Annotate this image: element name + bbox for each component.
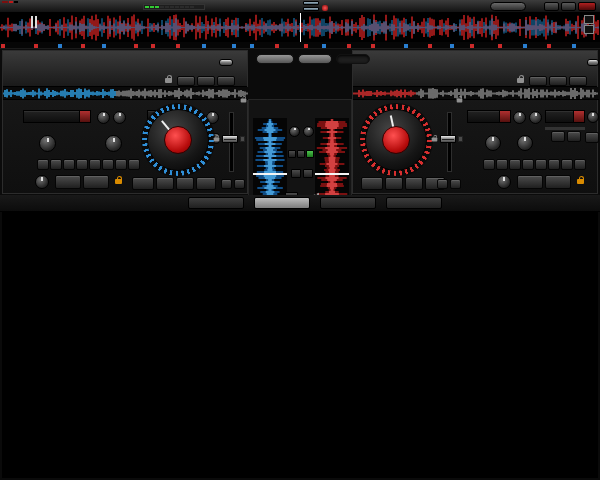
deck-b-key-knob[interactable]	[517, 135, 533, 151]
deck-b-sampler-vol-knob[interactable]	[587, 111, 599, 123]
slave-deck-prev-button[interactable]	[291, 169, 301, 178]
deck-a-play-button[interactable]	[176, 177, 194, 190]
deck-a-pitch-bend-down[interactable]	[221, 179, 232, 189]
deck-b-loop-double-button[interactable]	[574, 159, 586, 170]
deck-a-loop-16[interactable]	[102, 159, 114, 170]
deck-a-loop-lock-icon[interactable]	[115, 179, 122, 184]
scratch-gain-a-knob[interactable]	[289, 126, 300, 137]
deck-b-bpm-tap-button[interactable]	[587, 59, 599, 66]
deck-b-p1-knob[interactable]	[513, 111, 526, 124]
deck-a-pitch-lock-icon[interactable]	[214, 138, 220, 142]
deck-b-jog-cap[interactable]	[382, 126, 410, 154]
deck-a-stutter-button[interactable]	[156, 177, 174, 190]
deck-a-loop-2[interactable]	[63, 159, 75, 170]
tab-mixer[interactable]	[256, 54, 294, 64]
deck-b-p2-knob[interactable]	[529, 111, 542, 124]
deck-a-loop-4[interactable]	[76, 159, 88, 170]
deck-b-stutter-button[interactable]	[385, 177, 403, 190]
maximize-button[interactable]	[561, 2, 576, 11]
deck-b-hotcue-1[interactable]	[529, 76, 547, 86]
deck-a-loop-double-button[interactable]	[128, 159, 140, 170]
deck-a-filter-knob[interactable]	[39, 135, 56, 152]
deck-b-pitch-lock-icon[interactable]	[432, 138, 438, 142]
playhead-line	[300, 13, 301, 42]
deck-b-loop-32[interactable]	[561, 159, 573, 170]
minimize-button[interactable]	[544, 2, 559, 11]
deck-a-loop-in-button[interactable]	[55, 175, 81, 189]
scratch-playhead-left	[253, 173, 287, 175]
deck-b-keylock-icon[interactable]	[457, 99, 463, 103]
tab-scratch[interactable]	[336, 54, 370, 64]
deck-b-sample-rec-button[interactable]	[585, 132, 599, 143]
deck-a-track-waveform[interactable]	[3, 87, 249, 100]
deck-b-loop-lock-icon[interactable]	[577, 179, 584, 184]
dropdown-arrow-icon[interactable]	[79, 111, 90, 122]
deck-a-hotcue-3[interactable]	[217, 76, 235, 86]
deck-b-sample-prev-button[interactable]	[551, 131, 565, 142]
tab-video[interactable]	[298, 54, 332, 64]
deck-b-loop-8[interactable]	[535, 159, 547, 170]
deck-b-pitch-bend-down[interactable]	[437, 179, 448, 189]
tab-effects[interactable]	[320, 197, 376, 209]
deck-b-filter-knob[interactable]	[485, 135, 501, 151]
tab-record[interactable]	[386, 197, 442, 209]
deck-a-pitch-slider-handle[interactable]	[222, 135, 238, 143]
deck-a-key-knob[interactable]	[105, 135, 122, 152]
scratch-mode-3-button[interactable]	[306, 150, 314, 158]
scratch-mode-2-button[interactable]	[297, 150, 305, 158]
deck-b-track-waveform[interactable]	[353, 87, 599, 100]
close-button[interactable]	[578, 2, 596, 11]
deck-b-sample-next-button[interactable]	[567, 131, 581, 142]
deck-b-loop-out-button[interactable]	[545, 175, 571, 189]
deck-b-jogwheel[interactable]	[359, 103, 433, 177]
deck-a-p2-knob[interactable]	[113, 111, 126, 124]
config-button[interactable]	[490, 2, 526, 11]
waveform-view-toggle-icon[interactable]	[303, 1, 319, 5]
deck-b-loop-half-button[interactable]	[483, 159, 495, 170]
deck-a-pitch-zero-button[interactable]	[240, 136, 245, 142]
deck-b-hotcue-2[interactable]	[549, 76, 567, 86]
deck-b-loop-1[interactable]	[496, 159, 508, 170]
deck-a-jog-cap[interactable]	[164, 126, 192, 154]
deck-a-loop-1[interactable]	[50, 159, 62, 170]
deck-a-hotcue-2[interactable]	[197, 76, 215, 86]
scratch-mode-1-button[interactable]	[288, 150, 296, 158]
deck-b-shift-knob[interactable]	[497, 175, 511, 189]
deck-a-pitch-bend-up[interactable]	[234, 179, 245, 189]
tab-sampler[interactable]	[254, 197, 310, 209]
deck-b-pitch-slider-handle[interactable]	[440, 135, 456, 143]
slave-deck-next-button[interactable]	[303, 169, 313, 178]
deck-a-shift-knob[interactable]	[35, 175, 49, 189]
deck-b-cue-button[interactable]	[361, 177, 383, 190]
deck-a-loop-half-button[interactable]	[37, 159, 49, 170]
record-indicator-icon	[322, 5, 328, 11]
deck-b-effect-select[interactable]	[467, 110, 511, 123]
deck-b-pitch-bend-up[interactable]	[450, 179, 461, 189]
deck-b-loop-in-button[interactable]	[517, 175, 543, 189]
deck-b-loop-2[interactable]	[509, 159, 521, 170]
scratch-gain-b-knob[interactable]	[303, 126, 314, 137]
deck-a-loop-out-button[interactable]	[83, 175, 109, 189]
deck-b-sample-select[interactable]	[545, 110, 585, 123]
deck-b-play-button[interactable]	[405, 177, 423, 190]
deck-a-loop-32[interactable]	[115, 159, 127, 170]
waveform-view-toggle-icon[interactable]	[303, 7, 319, 11]
dropdown-arrow-icon[interactable]	[573, 111, 584, 122]
deck-b-hotcue-lock-icon	[517, 78, 524, 83]
deck-b-hotcue-3[interactable]	[569, 76, 587, 86]
deck-1-badge	[584, 15, 594, 24]
deck-a-loop-8[interactable]	[89, 159, 101, 170]
deck-a-sync-button[interactable]	[196, 177, 216, 190]
deck-a-effect-select[interactable]	[23, 110, 91, 123]
deck-a-keylock-icon[interactable]	[241, 99, 247, 103]
dropdown-arrow-icon[interactable]	[499, 111, 510, 122]
deck-a-hotcue-1[interactable]	[177, 76, 195, 86]
deck-a-bpm-tap-button[interactable]	[219, 59, 233, 66]
deck-b-loop-16[interactable]	[548, 159, 560, 170]
deck-a-p1-knob[interactable]	[97, 111, 110, 124]
deck-b-loop-4[interactable]	[522, 159, 534, 170]
deck-b-pitch-zero-button[interactable]	[458, 136, 463, 142]
deck-a-jogwheel[interactable]	[141, 103, 215, 177]
tab-browser[interactable]	[188, 197, 244, 209]
deck-a-cue-button[interactable]	[132, 177, 154, 190]
